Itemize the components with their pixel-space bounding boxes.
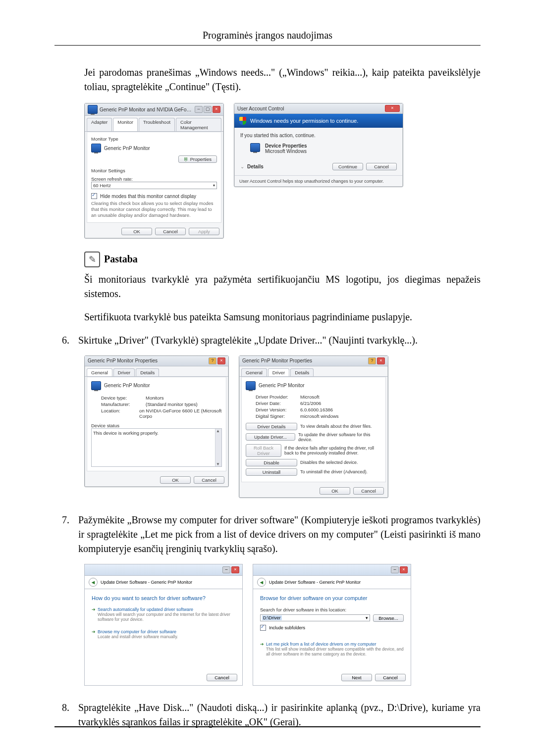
close-icon[interactable]: ×: [213, 106, 220, 113]
uac-dialog: User Account Control × Windows needs you…: [234, 103, 403, 187]
tab-details[interactable]: Details: [290, 368, 314, 376]
tab-color[interactable]: Color Management: [176, 118, 221, 131]
step-number: 8.: [54, 701, 69, 729]
option-let-me-pick[interactable]: ➔Let me pick from a list of device drive…: [260, 642, 404, 657]
hide-modes-label: Hide modes that this monitor cannot disp…: [100, 194, 196, 199]
max-icon[interactable]: ▢: [204, 106, 212, 113]
program-icon: [250, 143, 260, 152]
hide-modes-desc: Clearing this check box allows you to se…: [91, 201, 217, 218]
tab-general[interactable]: General: [241, 368, 267, 376]
close-icon[interactable]: ×: [377, 357, 385, 364]
uninstall-button[interactable]: Uninstall: [246, 468, 297, 476]
step-text: Pažymėkite „Browse my computer for drive…: [78, 513, 481, 556]
properties-button[interactable]: ⛨ Properties: [178, 155, 217, 163]
rollback-driver-button: Roll Back Driver: [246, 444, 281, 457]
update-driver-button[interactable]: Update Driver...: [246, 433, 295, 441]
device-status-label: Device status: [91, 423, 222, 428]
window-title: Generic PnP Monitor Properties: [88, 358, 207, 363]
chevron-down-icon[interactable]: ⌄: [240, 164, 244, 169]
monitor-icon: [91, 381, 101, 390]
include-subfolders-label: Include subfolders: [269, 625, 305, 630]
cancel-button[interactable]: Cancel: [366, 163, 397, 170]
option-auto-search[interactable]: ➔Search automatically for updated driver…: [92, 607, 235, 622]
step-text: Skirtuke „Driver" (Tvarkyklė) spragtelėk…: [78, 333, 481, 348]
min-icon[interactable]: –: [195, 106, 203, 113]
monitor-icon: [88, 105, 98, 114]
step-number: 6.: [54, 333, 69, 348]
close-icon[interactable]: ×: [400, 566, 408, 573]
continue-button[interactable]: Continue: [332, 163, 363, 170]
path-combo[interactable]: D:\Driver▾: [260, 614, 370, 621]
disable-button[interactable]: Disable: [246, 459, 297, 466]
tab-troubleshoot[interactable]: Troubleshoot: [139, 118, 175, 131]
breadcrumb: Update Driver Software - Generic PnP Mon…: [269, 580, 361, 585]
browse-button[interactable]: Browse...: [373, 614, 404, 622]
monitor-type-value: Generic PnP Monitor: [104, 146, 150, 151]
refresh-rate-select[interactable]: 60 Hertz▾: [91, 182, 217, 189]
back-icon[interactable]: ◄: [89, 578, 98, 587]
para-3: Sertifikuota tvarkyklė bus pateikta Sams…: [84, 310, 481, 324]
step-number: 7.: [54, 513, 69, 556]
note-icon: ✎: [84, 252, 100, 267]
apply-button: Apply: [189, 228, 219, 235]
window-title: Generic PnP Monitor Properties: [242, 358, 366, 363]
tab-details[interactable]: Details: [136, 368, 159, 376]
divider-bottom: [54, 726, 481, 727]
wizard-headline: How do you want to search for driver sof…: [92, 595, 235, 601]
uac-title: User Account Control: [237, 106, 383, 111]
breadcrumb: Update Driver Software - Generic PnP Mon…: [101, 580, 192, 585]
close-icon[interactable]: ×: [231, 566, 239, 573]
close-icon[interactable]: ×: [217, 357, 225, 364]
tab-adapter[interactable]: Adapter: [87, 118, 112, 131]
uac-line1: If you started this action, continue.: [240, 133, 397, 138]
device-properties-driver: Generic PnP Monitor Properties ?× Genera…: [239, 355, 388, 498]
shield-icon: [239, 117, 246, 125]
search-location-label: Search for driver software in this locat…: [260, 607, 404, 612]
monitor-type-label: Monitor Type: [91, 136, 217, 142]
scrollbar[interactable]: [215, 429, 221, 466]
ok-button[interactable]: OK: [121, 228, 152, 235]
ok-button[interactable]: OK: [320, 487, 350, 495]
back-icon[interactable]: ◄: [257, 578, 266, 587]
tab-driver[interactable]: Driver: [113, 368, 135, 376]
cancel-button[interactable]: Cancel: [155, 228, 186, 235]
cancel-button[interactable]: Cancel: [194, 476, 224, 484]
tab-driver[interactable]: Driver: [268, 368, 289, 376]
monitor-settings-label: Monitor Settings: [91, 168, 217, 173]
window-title: Generic PnP Monitor and NVIDIA GeForce 6…: [100, 107, 193, 112]
device-name: Generic PnP Monitor: [259, 383, 305, 388]
page-header: Programinės įrangos naudojimas: [54, 30, 481, 41]
next-button[interactable]: Next: [341, 674, 372, 681]
uac-vendor: Microsoft Windows: [265, 149, 307, 154]
tab-general[interactable]: General: [87, 368, 112, 376]
option-browse-computer[interactable]: ➔Browse my computer for driver software …: [92, 629, 235, 640]
uac-footer: User Account Control helps stop unauthor…: [234, 175, 403, 187]
update-driver-wizard-1: –× ◄Update Driver Software - Generic PnP…: [84, 564, 243, 686]
uac-headline: Windows needs your permission to continu…: [250, 118, 358, 124]
details-toggle[interactable]: Details: [247, 164, 264, 169]
include-subfolders-checkbox[interactable]: [260, 625, 266, 631]
ok-button[interactable]: OK: [160, 476, 191, 484]
cancel-button[interactable]: Cancel: [207, 674, 237, 681]
tab-bar: Adapter Monitor Troubleshoot Color Manag…: [85, 116, 223, 132]
hide-modes-checkbox[interactable]: [91, 193, 97, 199]
min-icon[interactable]: –: [222, 566, 230, 573]
min-icon[interactable]: –: [391, 566, 399, 573]
device-status-box: This device is working properly.: [91, 428, 222, 467]
para-1: Jei parodomas pranešimas „Windows needs.…: [84, 65, 481, 94]
cancel-button[interactable]: Cancel: [375, 674, 406, 681]
help-icon[interactable]: ?: [368, 357, 376, 364]
tab-monitor[interactable]: Monitor: [113, 118, 138, 131]
cancel-button[interactable]: Cancel: [353, 487, 384, 495]
monitor-icon: [91, 144, 101, 152]
monitor-icon: [246, 381, 256, 390]
help-icon[interactable]: ?: [209, 357, 216, 364]
close-icon[interactable]: ×: [385, 105, 400, 112]
wizard-headline: Browse for driver software on your compu…: [260, 595, 404, 601]
divider-top: [54, 45, 481, 46]
device-name: Generic PnP Monitor: [104, 383, 150, 388]
monitor-properties-window: Generic PnP Monitor and NVIDIA GeForce 6…: [84, 103, 224, 239]
note-label: Pastaba: [104, 253, 138, 265]
driver-details-button[interactable]: Driver Details: [246, 423, 297, 430]
uac-program: Device Properties: [265, 143, 307, 149]
